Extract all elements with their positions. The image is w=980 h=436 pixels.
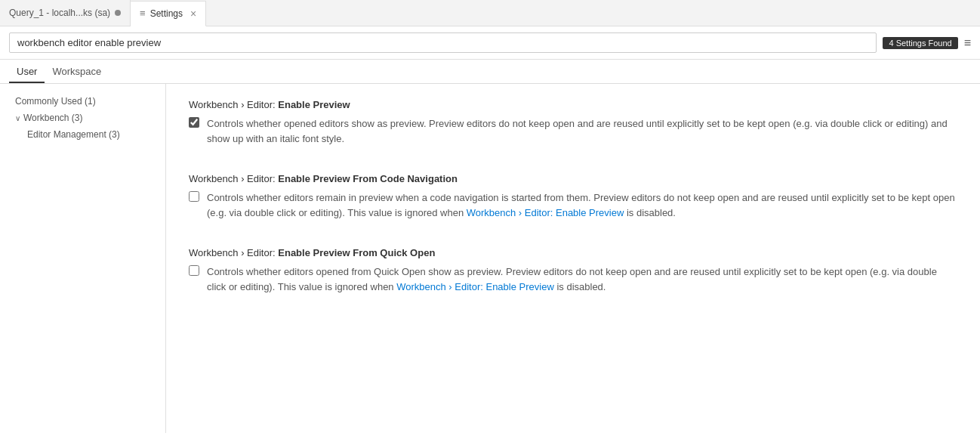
search-input[interactable]	[9, 32, 877, 53]
setting-enable-preview-code-nav: Workbench › Editor: Enable Preview From …	[189, 173, 957, 220]
setting-enable-preview-desc: Controls whether opened editors show as …	[207, 116, 957, 146]
sidebar-item-workbench[interactable]: ∨ Workbench (3)	[0, 110, 165, 126]
main-content: Commonly Used (1) ∨ Workbench (3) Editor…	[0, 84, 980, 433]
setting-enable-preview-quick-open-title: Workbench › Editor: Enable Preview From …	[189, 247, 957, 258]
tab-settings[interactable]: ≡ Settings ×	[131, 1, 206, 26]
tab-query1[interactable]: Query_1 - localh...ks (sa)	[0, 0, 131, 26]
setting-enable-preview-body: Controls whether opened editors show as …	[189, 116, 957, 146]
search-results-badge: 4 Settings Found	[883, 37, 957, 49]
sidebar-workbench-label: Workbench (3)	[23, 113, 82, 123]
setting-enable-preview-quick-open: Workbench › Editor: Enable Preview From …	[189, 247, 957, 294]
setting-enable-preview-code-nav-desc: Controls whether editors remain in previ…	[207, 190, 957, 220]
setting-enable-preview-quick-open-checkbox[interactable]	[189, 265, 199, 276]
tab-settings-close[interactable]: ×	[190, 8, 196, 20]
filter-icon[interactable]: ≡	[964, 36, 971, 50]
setting-enable-preview-code-nav-body: Controls whether editors remain in previ…	[189, 190, 957, 220]
link-enable-preview-1[interactable]: Workbench › Editor: Enable Preview	[467, 207, 624, 218]
setting-enable-preview-title: Workbench › Editor: Enable Preview	[189, 99, 957, 110]
sidebar-item-commonly-used[interactable]: Commonly Used (1)	[0, 93, 165, 110]
sidebar-item-editor-management[interactable]: Editor Management (3)	[0, 126, 165, 143]
settings-tabs: User Workspace	[0, 60, 980, 84]
tab-query1-label: Query_1 - localh...ks (sa)	[9, 8, 110, 18]
tab-query1-dot	[115, 10, 121, 16]
tab-settings-label: Settings	[150, 8, 183, 19]
setting-enable-preview-code-nav-title: Workbench › Editor: Enable Preview From …	[189, 173, 957, 184]
setting-enable-preview: Workbench › Editor: Enable Preview Contr…	[189, 99, 957, 146]
sidebar: Commonly Used (1) ∨ Workbench (3) Editor…	[0, 84, 166, 433]
chevron-down-icon: ∨	[15, 114, 20, 122]
search-bar: 4 Settings Found ≡	[0, 26, 980, 60]
setting-enable-preview-checkbox[interactable]	[189, 117, 199, 128]
tab-workspace[interactable]: Workspace	[45, 60, 109, 83]
setting-enable-preview-code-nav-checkbox[interactable]	[189, 191, 199, 202]
tab-user[interactable]: User	[9, 60, 45, 83]
link-enable-preview-2[interactable]: Workbench › Editor: Enable Preview	[396, 281, 554, 292]
setting-enable-preview-quick-open-desc: Controls whether editors opened from Qui…	[207, 264, 957, 294]
tab-bar: Query_1 - localh...ks (sa) ≡ Settings ×	[0, 0, 980, 26]
settings-panel: Workbench › Editor: Enable Preview Contr…	[166, 84, 980, 433]
setting-enable-preview-quick-open-body: Controls whether editors opened from Qui…	[189, 264, 957, 294]
settings-icon: ≡	[140, 8, 146, 19]
